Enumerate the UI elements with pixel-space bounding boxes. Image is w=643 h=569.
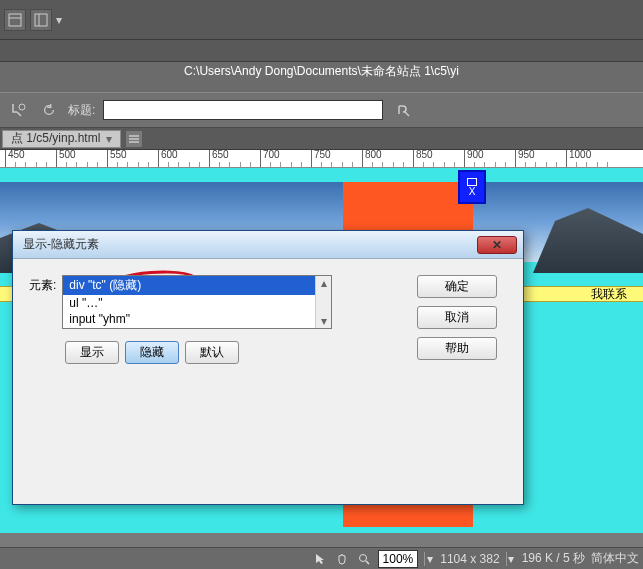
hand-icon[interactable]: [334, 551, 350, 567]
ruler-tick: 1000: [566, 150, 591, 168]
dropdown-arrow-icon[interactable]: ▾: [56, 13, 62, 27]
hide-button[interactable]: 隐藏: [125, 341, 179, 364]
title-input[interactable]: [103, 100, 383, 120]
status-dimensions: 1104 x 382: [440, 552, 499, 566]
status-bar: 100% ▾ 1104 x 382 ▾ 196 K / 5 秒 简体中文: [0, 547, 643, 569]
scroll-down-icon[interactable]: ▾: [316, 314, 331, 328]
marker-x: X: [469, 188, 476, 196]
help-button[interactable]: 帮助: [417, 337, 497, 360]
zoom-dropdown-icon[interactable]: ▾: [424, 552, 434, 566]
list-item[interactable]: ul "…": [63, 295, 331, 311]
close-button[interactable]: ✕: [477, 236, 517, 254]
contact-link[interactable]: 我联系: [591, 286, 627, 302]
inspect-icon[interactable]: [8, 99, 30, 121]
list-item[interactable]: input "yhm": [63, 311, 331, 327]
status-size: 196 K / 5 秒: [522, 550, 585, 567]
dims-dropdown-icon[interactable]: ▾: [506, 552, 516, 566]
refresh-icon[interactable]: [38, 99, 60, 121]
zoom-icon[interactable]: [356, 551, 372, 567]
svg-point-4: [19, 104, 25, 110]
status-encoding: 简体中文: [591, 550, 639, 567]
listbox-scrollbar[interactable]: ▴ ▾: [315, 276, 331, 328]
default-button[interactable]: 默认: [185, 341, 239, 364]
show-button[interactable]: 显示: [65, 341, 119, 364]
element-label: 元素:: [29, 275, 56, 294]
title-label: 标题:: [68, 102, 95, 119]
dialog-title-text: 显示-隐藏元素: [23, 236, 99, 253]
top-toolbar: ▾: [0, 0, 643, 40]
marker-box-icon: [467, 178, 477, 186]
title-search-icon[interactable]: [395, 102, 411, 118]
zoom-value[interactable]: 100%: [378, 550, 419, 568]
title-toolbar: 标题:: [0, 92, 643, 128]
list-item[interactable]: div "tc" (隐藏): [63, 276, 331, 295]
close-icon: ✕: [492, 238, 502, 252]
layout-button-2[interactable]: [30, 9, 52, 31]
dialog-titlebar[interactable]: 显示-隐藏元素 ✕: [13, 231, 523, 259]
file-path: C:\Users\Andy Dong\Documents\未命名站点 1\c5\…: [0, 62, 643, 80]
svg-line-9: [366, 561, 369, 564]
layout-button-1[interactable]: [4, 9, 26, 31]
tab-dropdown-icon[interactable]: ▾: [106, 132, 112, 146]
scroll-up-icon[interactable]: ▴: [316, 276, 331, 290]
list-item[interactable]: input "mima": [63, 327, 331, 329]
cancel-button[interactable]: 取消: [417, 306, 497, 329]
horizontal-ruler: 4505005506006507007508008509009501000: [0, 150, 643, 168]
bottom-panel: [0, 533, 643, 547]
tab-list-icon[interactable]: [125, 130, 143, 148]
ok-button[interactable]: 确定: [417, 275, 497, 298]
file-tab[interactable]: 点 1/c5/yinp.html ▾: [2, 130, 121, 148]
element-listbox[interactable]: div "tc" (隐藏) ul "…" input "yhm" input "…: [62, 275, 332, 329]
pointer-icon[interactable]: [312, 551, 328, 567]
tab-bar: 点 1/c5/yinp.html ▾: [0, 128, 643, 150]
element-marker[interactable]: X: [458, 170, 486, 204]
svg-point-8: [359, 554, 366, 561]
show-hide-dialog: 显示-隐藏元素 ✕ 元素: div "tc" (隐藏) ul "…" input…: [12, 230, 524, 505]
svg-rect-2: [35, 14, 47, 26]
svg-rect-0: [9, 14, 21, 26]
